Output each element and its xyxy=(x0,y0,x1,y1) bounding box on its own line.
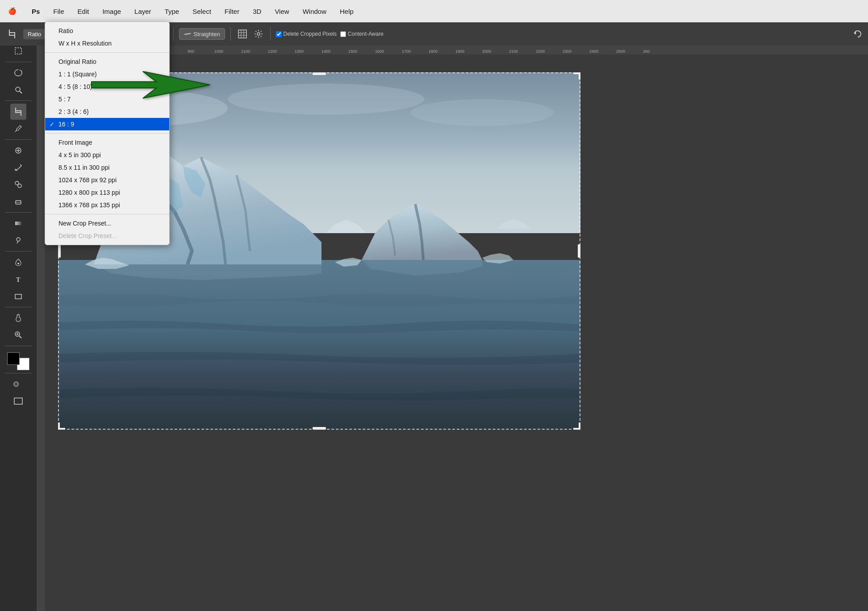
crop-handle-bl-v xyxy=(58,423,60,430)
ruler-mark: 1300 xyxy=(295,49,321,54)
tool-eyedropper[interactable] xyxy=(10,121,26,137)
menu-item-4x5-300[interactable]: 4 x 5 in 300 ppi xyxy=(45,149,169,161)
ruler-mark: 2100 xyxy=(509,49,536,54)
svg-point-41 xyxy=(228,84,424,115)
crop-settings-icon[interactable] xyxy=(252,28,265,40)
edit-menu[interactable]: Edit xyxy=(75,7,92,16)
view-menu[interactable]: View xyxy=(272,7,292,16)
3d-menu[interactable]: 3D xyxy=(250,7,264,16)
menu-divider-2 xyxy=(45,133,169,134)
foreground-color-swatch[interactable] xyxy=(7,352,20,365)
ruler-mark: 2500 xyxy=(616,49,643,54)
image-menu[interactable]: Image xyxy=(100,7,124,16)
menu-section-sizes: Front Image 4 x 5 in 300 ppi 8.5 x 11 in… xyxy=(45,135,169,212)
menu-section-presets: Original Ratio 1 : 1 (Square) 4 : 5 (8 :… xyxy=(45,54,169,131)
tool-type[interactable]: T xyxy=(10,271,26,287)
tool-heal[interactable] xyxy=(10,142,26,159)
menu-item-16-9[interactable]: 16 : 9 xyxy=(45,118,169,130)
window-menu[interactable]: Window xyxy=(300,7,329,16)
menu-item-1280x800-113[interactable]: 1280 x 800 px 113 ppi xyxy=(45,186,169,199)
tools-panel: T xyxy=(0,22,37,611)
tool-clone[interactable] xyxy=(10,176,26,193)
svg-point-24 xyxy=(18,184,21,188)
tool-shape[interactable] xyxy=(10,288,26,304)
tool-hand[interactable] xyxy=(10,310,26,326)
crop-handle-bm[interactable] xyxy=(313,427,326,430)
toolbar-separator-2 xyxy=(230,27,231,41)
menu-item-delete-crop-preset: Delete Crop Preset... xyxy=(45,230,169,242)
menu-item-wxh-resolution[interactable]: W x H x Resolution xyxy=(45,37,169,50)
menu-item-2-3[interactable]: 2 : 3 (4 : 6) xyxy=(45,105,169,118)
tool-quick-select[interactable] xyxy=(10,82,26,98)
straighten-button[interactable]: Straighten xyxy=(179,28,225,40)
menu-item-original-ratio-label: Original Ratio xyxy=(58,58,96,65)
menu-item-4-5-label: 4 : 5 (8 : 10) xyxy=(58,83,92,90)
svg-point-37 xyxy=(14,382,18,386)
svg-rect-3 xyxy=(9,32,15,33)
crop-handle-lm[interactable] xyxy=(58,244,61,258)
ruler-mark: 2200 xyxy=(536,49,563,54)
content-aware-label[interactable]: Content-Aware xyxy=(340,31,384,37)
menu-item-4x5-300-label: 4 x 5 in 300 ppi xyxy=(58,151,101,159)
menu-item-front-image[interactable]: Front Image xyxy=(45,136,169,149)
ps-menu[interactable]: Ps xyxy=(29,7,42,16)
delete-cropped-label[interactable]: Delete Cropped Pixels xyxy=(276,31,337,37)
tool-separator-4 xyxy=(5,212,32,213)
svg-rect-31 xyxy=(15,294,21,299)
menu-item-5-7[interactable]: 5 : 7 xyxy=(45,93,169,105)
menu-item-1024x768-92[interactable]: 1024 x 768 px 92 ppi xyxy=(45,174,169,186)
delete-cropped-checkbox[interactable] xyxy=(276,31,282,37)
undo-icon[interactable] xyxy=(851,28,864,40)
tool-separator-2 xyxy=(5,100,32,101)
tool-separator-6 xyxy=(5,307,32,307)
ruler-mark: 1900 xyxy=(455,49,482,54)
file-menu[interactable]: File xyxy=(50,7,67,16)
grid-overlay-icon[interactable] xyxy=(236,28,249,40)
crop-handle-rm[interactable] xyxy=(578,244,580,258)
menu-item-1366x768-135[interactable]: 1366 x 768 px 135 ppi xyxy=(45,199,169,211)
tool-zoom[interactable] xyxy=(10,327,26,343)
tool-screen-mode[interactable] xyxy=(10,393,26,409)
menu-item-square-label: 1 : 1 (Square) xyxy=(58,71,97,78)
menu-item-original-ratio[interactable]: Original Ratio xyxy=(45,55,169,68)
crop-handle-tm[interactable] xyxy=(313,72,326,75)
svg-rect-1 xyxy=(9,35,15,36)
svg-rect-43 xyxy=(58,260,580,430)
tool-quick-mask[interactable] xyxy=(10,376,26,392)
menu-item-5-7-label: 5 : 7 xyxy=(58,96,71,103)
ruler-mark: 260 xyxy=(643,49,670,54)
content-aware-checkbox[interactable] xyxy=(340,31,346,37)
filter-menu[interactable]: Filter xyxy=(222,7,242,16)
menu-divider-3 xyxy=(45,214,169,214)
apple-menu[interactable]: 🍎 xyxy=(5,6,19,16)
layer-menu[interactable]: Layer xyxy=(132,7,154,16)
svg-rect-4 xyxy=(184,33,191,35)
tool-eraser[interactable] xyxy=(10,193,26,209)
crop-handle-bl-h xyxy=(58,428,65,430)
tool-crop[interactable] xyxy=(10,104,26,120)
menu-item-ratio[interactable]: Ratio xyxy=(45,25,169,37)
help-menu[interactable]: Help xyxy=(337,7,356,16)
aspect-ratio-label: Ratio xyxy=(28,31,41,38)
tool-lasso[interactable] xyxy=(10,65,26,81)
menu-item-new-crop-preset[interactable]: New Crop Preset... xyxy=(45,217,169,230)
tool-brush[interactable] xyxy=(10,159,26,176)
svg-line-19 xyxy=(15,130,17,132)
crop-tool-icon[interactable] xyxy=(4,27,20,41)
crop-handle-br-h xyxy=(573,428,580,430)
tool-separator-8 xyxy=(5,373,32,373)
menu-bar: 🍎 Ps File Edit Image Layer Type Select F… xyxy=(0,0,868,22)
menu-item-delete-crop-preset-label: Delete Crop Preset... xyxy=(58,232,117,239)
select-menu[interactable]: Select xyxy=(190,7,214,16)
ruler-mark: 1700 xyxy=(402,49,429,54)
menu-item-8-5x11-300[interactable]: 8.5 x 11 in 300 ppi xyxy=(45,161,169,174)
svg-rect-5 xyxy=(238,30,246,38)
menu-item-4-5[interactable]: 4 : 5 (8 : 10) xyxy=(45,80,169,93)
menu-item-square[interactable]: 1 : 1 (Square) xyxy=(45,68,169,80)
tool-dodge[interactable] xyxy=(10,232,26,248)
color-swatches[interactable] xyxy=(7,352,29,370)
type-menu[interactable]: Type xyxy=(162,7,182,16)
tool-pen[interactable] xyxy=(10,254,26,270)
tool-gradient[interactable] xyxy=(10,215,26,231)
ruler-mark: 1800 xyxy=(429,49,455,54)
